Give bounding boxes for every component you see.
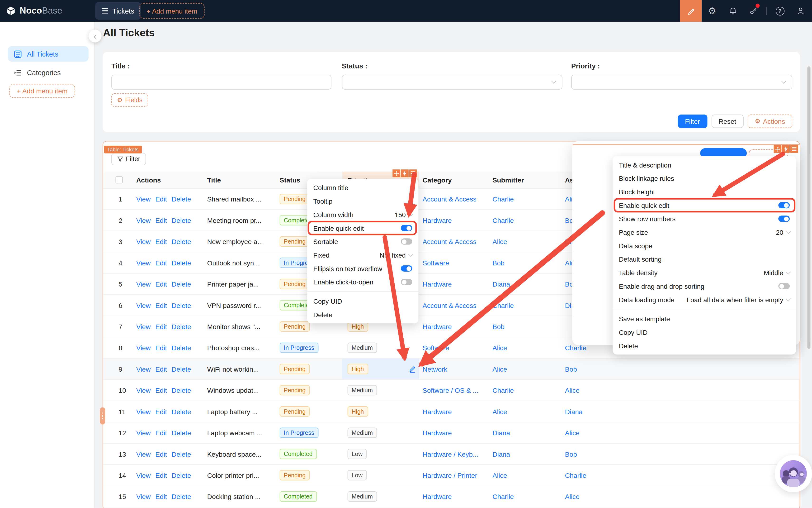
delete-link[interactable]: Delete: [172, 259, 191, 266]
submitter-link[interactable]: Charlie: [492, 493, 514, 500]
view-link[interactable]: View: [136, 429, 151, 437]
column-header-category[interactable]: Category: [419, 172, 493, 188]
delete-link[interactable]: Delete: [172, 216, 191, 224]
category-link[interactable]: Account & Access: [423, 195, 477, 203]
view-link[interactable]: View: [136, 386, 151, 394]
edit-link[interactable]: Edit: [155, 386, 167, 394]
assignee-link[interactable]: Bob: [565, 365, 577, 373]
submitter-link[interactable]: Charlie: [492, 195, 514, 203]
block-menu-item-show-row-numbers[interactable]: Show row numbers: [613, 212, 796, 225]
block-menu-item-enable-drag-and-drop-sorting[interactable]: Enable drag and drop sorting: [613, 280, 796, 293]
submitter-link[interactable]: Charlie: [492, 301, 514, 309]
assignee-link[interactable]: Alice: [565, 429, 580, 437]
category-link[interactable]: Network: [423, 365, 447, 373]
column-menu-enable-quick-edit-toggle[interactable]: [401, 225, 412, 231]
block-menu-item-title-description[interactable]: Title & description: [613, 158, 796, 172]
edit-link[interactable]: Edit: [155, 408, 167, 415]
assignee-link[interactable]: Alice: [565, 386, 580, 394]
view-link[interactable]: View: [136, 450, 151, 458]
sidebar-add-menu-item-button[interactable]: + Add menu item: [9, 84, 75, 98]
column-menu-item-fixed[interactable]: FixedNot fixed: [307, 248, 418, 262]
nocobase-logo[interactable]: NocoBase: [5, 0, 62, 22]
edit-link[interactable]: Edit: [155, 259, 167, 266]
column-menu-item-tooltip[interactable]: Tooltip: [307, 194, 418, 208]
view-link[interactable]: View: [136, 195, 151, 203]
block-settings-menu-button[interactable]: [790, 145, 798, 153]
sidebar-item-all-tickets[interactable]: All Tickets: [8, 46, 89, 61]
block-drag-icon[interactable]: [774, 145, 781, 153]
edit-link[interactable]: Edit: [155, 344, 167, 352]
block-linkage-icon[interactable]: [782, 145, 790, 153]
column-drag-icon[interactable]: [392, 169, 400, 177]
delete-link[interactable]: Delete: [172, 429, 191, 437]
priority-column-settings-menu-button[interactable]: [409, 169, 417, 177]
assignee-link[interactable]: Diana: [565, 408, 583, 415]
category-link[interactable]: Software: [423, 259, 449, 266]
edit-link[interactable]: Edit: [155, 471, 167, 479]
edit-link[interactable]: Edit: [155, 216, 167, 224]
category-link[interactable]: Hardware: [423, 216, 452, 224]
category-link[interactable]: Software / OS & ...: [423, 386, 478, 394]
filter-submit-button[interactable]: Filter: [678, 115, 707, 128]
block-menu-show-row-numbers-toggle[interactable]: [778, 215, 790, 222]
category-link[interactable]: Hardware: [423, 323, 452, 331]
view-link[interactable]: View: [136, 344, 151, 352]
edit-link[interactable]: Edit: [155, 450, 167, 458]
category-link[interactable]: Hardware: [423, 280, 452, 288]
actions-button[interactable]: ⚙ Actions: [748, 115, 792, 128]
fields-config-button[interactable]: ⚙ Fields: [111, 93, 148, 107]
category-link[interactable]: Software: [423, 344, 449, 352]
sidebar-collapse-button[interactable]: ‹: [89, 30, 102, 43]
submitter-link[interactable]: Bob: [492, 323, 504, 331]
column-menu-item-sortable[interactable]: Sortable: [307, 235, 418, 248]
row-9-quick-edit-pencil[interactable]: [409, 365, 417, 373]
delete-link[interactable]: Delete: [172, 450, 191, 458]
page-scrollbar[interactable]: [807, 66, 810, 349]
topbar-add-menu-item-button[interactable]: + Add menu item: [139, 3, 205, 18]
edit-link[interactable]: Edit: [155, 280, 167, 288]
delete-link[interactable]: Delete: [172, 195, 191, 203]
column-menu-item-enable-quick-edit[interactable]: Enable quick edit: [307, 221, 418, 235]
category-link[interactable]: Account & Access: [423, 238, 477, 246]
delete-link[interactable]: Delete: [172, 280, 191, 288]
category-link[interactable]: Account & Access: [423, 301, 477, 309]
column-menu-item-ellipsis-on-text-overflow[interactable]: Ellipsis on text overflow: [307, 262, 418, 275]
priority-filter-select[interactable]: [571, 75, 792, 90]
edit-link[interactable]: Edit: [155, 429, 167, 437]
delete-link[interactable]: Delete: [172, 386, 191, 394]
submitter-link[interactable]: Charlie: [492, 386, 514, 394]
delete-link[interactable]: Delete: [172, 471, 191, 479]
notifications-icon[interactable]: [722, 0, 743, 22]
column-menu-item-column-width[interactable]: Column width150: [307, 208, 418, 221]
block-menu-item-block-linkage-rules[interactable]: Block linkage rules: [613, 172, 796, 185]
submitter-link[interactable]: Alice: [492, 365, 507, 373]
sidebar-item-categories[interactable]: Categories: [8, 65, 89, 80]
submitter-link[interactable]: Charlie: [492, 216, 514, 224]
block-menu-item-delete[interactable]: Delete: [613, 339, 796, 352]
view-link[interactable]: View: [136, 238, 151, 246]
title-filter-input[interactable]: [111, 75, 331, 90]
view-link[interactable]: View: [136, 259, 151, 266]
view-link[interactable]: View: [136, 365, 151, 373]
submitter-link[interactable]: Diana: [492, 429, 510, 437]
delete-link[interactable]: Delete: [172, 493, 191, 500]
block-menu-enable-quick-edit-toggle[interactable]: [778, 202, 790, 208]
submitter-link[interactable]: Alice: [492, 238, 507, 246]
block-menu-item-page-size[interactable]: Page size20: [613, 225, 796, 239]
block-menu-item-block-height[interactable]: Block height: [613, 185, 796, 199]
column-menu-item-delete[interactable]: Delete: [307, 308, 418, 322]
column-menu-item-copy-uid[interactable]: Copy UID: [307, 294, 418, 308]
block-menu-item-data-loading-mode[interactable]: Data loading modeLoad all data when filt…: [613, 293, 796, 306]
delete-link[interactable]: Delete: [172, 344, 191, 352]
category-link[interactable]: Hardware: [423, 429, 452, 437]
column-linkage-icon[interactable]: [401, 169, 409, 177]
column-header-title[interactable]: Title: [207, 172, 280, 188]
reset-button[interactable]: Reset: [711, 115, 744, 128]
settings-icon[interactable]: ⚙: [702, 0, 722, 22]
submitter-link[interactable]: Bob: [492, 259, 504, 266]
view-link[interactable]: View: [136, 408, 151, 415]
submitter-link[interactable]: Diana: [492, 450, 510, 458]
delete-link[interactable]: Delete: [172, 238, 191, 246]
block-menu-item-table-density[interactable]: Table densityMiddle: [613, 266, 796, 280]
column-menu-item-enable-click-to-open[interactable]: Enable click-to-open: [307, 275, 418, 289]
